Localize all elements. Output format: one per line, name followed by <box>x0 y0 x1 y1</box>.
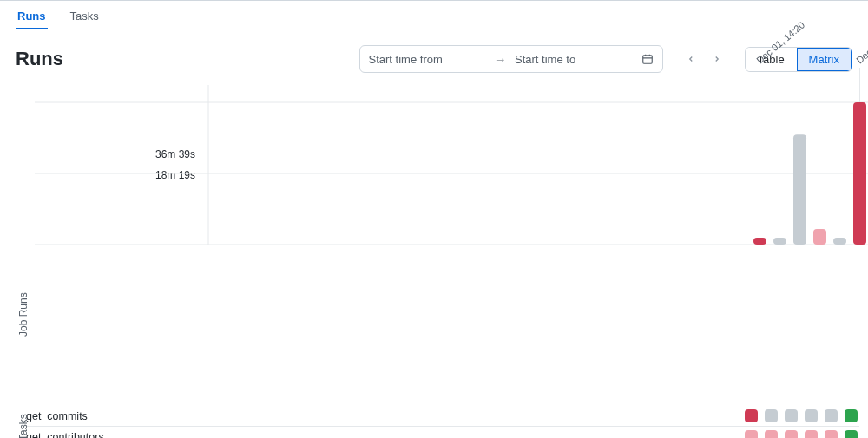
job-run-bar[interactable] <box>793 134 806 245</box>
job-run-bar[interactable] <box>833 238 846 245</box>
y-ticks: 18m 19s 36m 39s <box>26 165 195 227</box>
y-axis-label-jobruns: Job Runs <box>17 292 30 337</box>
y-tick-1: 36m 39s <box>26 144 195 165</box>
header: Runs Start time from → Start time to Tab… <box>0 29 868 73</box>
task-cell[interactable] <box>745 430 758 438</box>
task-cell[interactable] <box>765 409 778 422</box>
view-matrix-button[interactable]: Matrix <box>797 48 852 71</box>
y-axis-label-tasks: Tasks <box>17 414 30 438</box>
task-cell[interactable] <box>825 430 838 438</box>
task-cell[interactable] <box>805 409 818 422</box>
svg-rect-0 <box>642 56 652 63</box>
tab-tasks[interactable]: Tasks <box>69 4 101 29</box>
tab-runs[interactable]: Runs <box>16 4 48 29</box>
task-cell[interactable] <box>785 409 798 422</box>
start-to-placeholder: Start time to <box>515 53 633 66</box>
arrow-right-icon: → <box>495 53 506 66</box>
task-matrix: get_commitsget_contributorstransform_eve… <box>26 406 868 438</box>
task-cell[interactable] <box>845 409 858 422</box>
task-cell[interactable] <box>805 430 818 438</box>
job-run-bar[interactable] <box>773 238 786 245</box>
task-label: get_commits <box>26 410 197 422</box>
pager <box>674 50 734 68</box>
prev-page-button[interactable] <box>682 50 700 68</box>
task-cell[interactable] <box>765 430 778 438</box>
job-runs-chart: Dec 01, 14:20Dec 01, 15:30 <box>208 94 868 250</box>
job-run-bar[interactable] <box>853 102 866 245</box>
task-cell[interactable] <box>825 409 838 422</box>
task-row: get_commits <box>26 406 859 427</box>
next-page-button[interactable] <box>708 50 726 68</box>
top-tabs: Runs Tasks <box>0 0 868 29</box>
start-from-placeholder: Start time from <box>369 53 487 66</box>
task-cell[interactable] <box>745 409 758 422</box>
job-run-bar[interactable] <box>753 238 766 245</box>
task-row: get_contributors <box>26 427 859 438</box>
calendar-icon <box>641 53 654 65</box>
y-tick-0: 18m 19s <box>26 165 195 186</box>
job-run-bar[interactable] <box>813 229 826 245</box>
task-label: get_contributors <box>26 431 197 439</box>
task-cell[interactable] <box>785 430 798 438</box>
date-range-input[interactable]: Start time from → Start time to <box>359 45 663 73</box>
page-title: Runs <box>16 48 63 70</box>
task-cell[interactable] <box>845 430 858 438</box>
